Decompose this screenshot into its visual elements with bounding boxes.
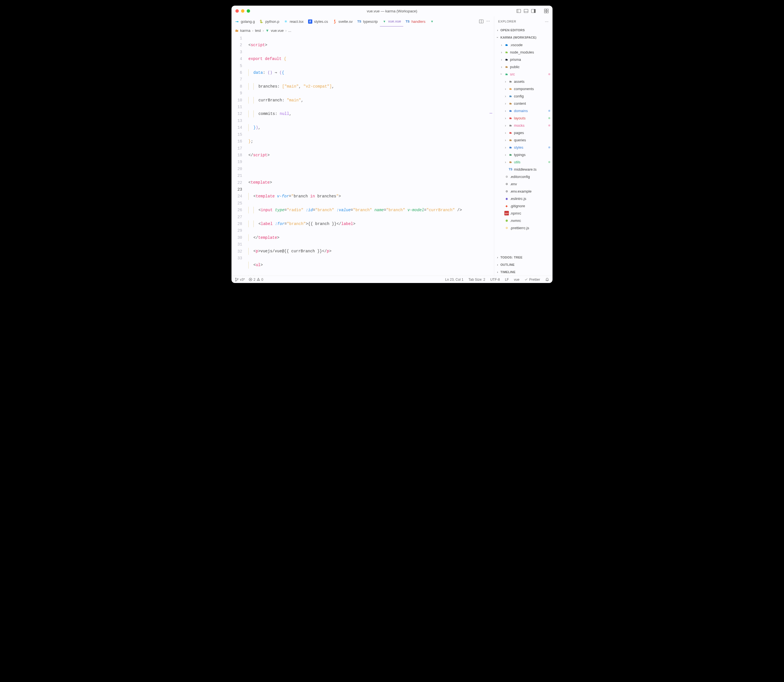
cursor-position[interactable]: Ln 23, Col 1: [445, 278, 464, 282]
tree-item-components[interactable]: ›🖿components: [494, 85, 553, 92]
tree-item-node_modules[interactable]: ›🖿node_modules: [494, 48, 553, 56]
css-icon: #: [308, 19, 312, 24]
git-branch[interactable]: v3*: [235, 278, 245, 282]
svg-point-13: [236, 278, 236, 279]
chevron-right-icon: ›: [504, 87, 507, 91]
section-open-editors[interactable]: › OPEN EDITORS: [494, 27, 553, 34]
tree-item-label: layouts: [514, 116, 526, 120]
tree-item-prisma[interactable]: ›🖿prisma: [494, 56, 553, 63]
maximize-icon[interactable]: [247, 9, 250, 13]
breadcrumb[interactable]: 🖿 karma › test › ▼ vue.vue › ...: [231, 27, 494, 34]
encoding[interactable]: UTF-8: [490, 278, 500, 282]
breadcrumb-item[interactable]: test: [255, 29, 261, 33]
tree-item-queries[interactable]: ›🖿queries: [494, 136, 553, 143]
tree-item--editorconfig[interactable]: ⚙.editorconfig: [494, 173, 553, 180]
tree-item-label: utils: [514, 160, 520, 164]
tree-item--vscode[interactable]: ›🖿.vscode: [494, 41, 553, 48]
gutter: 1234567891011121314151617181920212223242…: [231, 34, 247, 276]
minimize-icon[interactable]: [241, 9, 244, 13]
tab-overflow[interactable]: ▼: [428, 16, 437, 27]
layout-left-icon[interactable]: [516, 9, 521, 13]
tree-item-styles[interactable]: ›🖿styles: [494, 143, 553, 151]
formatter[interactable]: Prettier: [524, 278, 540, 282]
git-status-dot: [548, 124, 550, 126]
folder-icon: 🖿: [508, 145, 513, 150]
tree-item--env[interactable]: ⚙.env: [494, 180, 553, 188]
svg-rect-10: [547, 11, 548, 13]
split-editor-icon[interactable]: [479, 19, 483, 24]
breadcrumb-item[interactable]: ...: [288, 29, 292, 33]
tree-item-label: components: [514, 87, 534, 91]
chevron-right-icon: ›: [504, 80, 507, 83]
vue-icon: ▼: [430, 19, 434, 24]
tree-item-label: .gitignore: [510, 204, 525, 208]
tree-item-content[interactable]: ›🖿content: [494, 100, 553, 107]
tree-item-label: assets: [514, 80, 525, 84]
breadcrumb-item[interactable]: vue.vue: [271, 29, 284, 33]
folder-icon: 🖿: [235, 29, 239, 33]
problems[interactable]: 2 0: [249, 278, 263, 282]
minimap-annotation: —: [489, 110, 492, 116]
more-actions-icon[interactable]: ···: [545, 19, 548, 24]
chevron-right-icon: ›: [504, 138, 507, 142]
tree-item-config[interactable]: ›🖿config: [494, 92, 553, 100]
tree-item-label: node_modules: [510, 50, 534, 54]
code-editor[interactable]: 1234567891011121314151617181920212223242…: [231, 34, 494, 276]
tree-item-mocks[interactable]: ›🖿mocks: [494, 122, 553, 129]
more-actions-icon[interactable]: ···: [486, 19, 490, 24]
tab-handlers[interactable]: TShandlers: [403, 16, 428, 27]
tree-item--prettierrc-js[interactable]: ⚙.prettierrc.js: [494, 224, 553, 231]
tab-svelte[interactable]: ⟆svelte.sv: [330, 16, 355, 27]
svg-rect-2: [524, 9, 528, 13]
tree-item--eslintrc-js[interactable]: ◉.eslintrc.js: [494, 195, 553, 202]
breadcrumb-item[interactable]: karma: [240, 29, 250, 33]
chevron-right-icon: ›: [500, 65, 503, 69]
tree-item-label: .nvmrc: [510, 218, 521, 223]
section-todos[interactable]: › TODOS: TREE: [494, 254, 553, 261]
layout-right-icon[interactable]: [531, 9, 535, 13]
tree-item--nvmrc[interactable]: ⬢.nvmrc: [494, 217, 553, 224]
tree-item--npmrc[interactable]: npm.npmrc: [494, 209, 553, 217]
traffic-lights: [236, 9, 250, 13]
eol[interactable]: LF: [505, 278, 509, 282]
tab-vue[interactable]: ▼vue.vue: [380, 16, 403, 27]
folder-icon: 🖿: [508, 86, 513, 91]
notifications-icon[interactable]: [545, 278, 549, 282]
svg-rect-6: [534, 9, 535, 13]
tree-item-src[interactable]: ›🖿src: [494, 70, 553, 78]
git-status-dot: [548, 110, 550, 112]
vue-icon: ▼: [266, 29, 269, 33]
tree-item-utils[interactable]: ›🖿utils: [494, 158, 553, 166]
svg-rect-8: [547, 9, 548, 11]
chevron-right-icon: ›: [504, 124, 507, 127]
chevron-right-icon: ›: [496, 263, 499, 266]
tab-python[interactable]: 🐍python.p: [257, 16, 282, 27]
tab-react[interactable]: ⚛react.tsx: [282, 16, 306, 27]
customize-layout-icon[interactable]: [544, 9, 548, 13]
tree-item--env-example[interactable]: ⚙.env.example: [494, 188, 553, 195]
tree-item-public[interactable]: ›🖿public: [494, 63, 553, 70]
tab-golang[interactable]: ⊸golang.g: [233, 16, 257, 27]
titlebar: vue.vue — karma (Workspace): [231, 6, 553, 16]
tab-size[interactable]: Tab Size: 2: [468, 278, 485, 282]
tree-item-layouts[interactable]: ›🖿layouts: [494, 114, 553, 122]
close-icon[interactable]: [236, 9, 239, 13]
tab-styles[interactable]: #styles.cs: [306, 16, 330, 27]
tree-item-typings[interactable]: ›🖿typings: [494, 151, 553, 158]
tree-item-pages[interactable]: ›🖿pages: [494, 129, 553, 136]
chevron-right-icon: ›: [504, 131, 507, 134]
language-mode[interactable]: vue: [514, 278, 519, 282]
layout-bottom-icon[interactable]: [524, 9, 528, 13]
tree-item-assets[interactable]: ›🖿assets: [494, 78, 553, 85]
tree-item-middleware-ts[interactable]: TSmiddleware.ts: [494, 166, 553, 173]
svg-point-15: [237, 278, 238, 279]
section-outline[interactable]: › OUTLINE: [494, 261, 553, 268]
section-timeline[interactable]: › TIMELINE: [494, 268, 553, 276]
tree-item--gitignore[interactable]: ◆.gitignore: [494, 202, 553, 209]
chevron-right-icon: ›: [504, 109, 507, 112]
sidebar-header: EXPLORER ···: [494, 16, 553, 27]
tree-item-domains[interactable]: ›🖿domains: [494, 107, 553, 114]
tab-typescript[interactable]: TStypescrip: [355, 16, 380, 27]
code-content[interactable]: <script> export default { data: () ⇒ ({ …: [247, 34, 494, 276]
section-workspace[interactable]: › KARMA (WORKSPACE): [494, 34, 553, 41]
